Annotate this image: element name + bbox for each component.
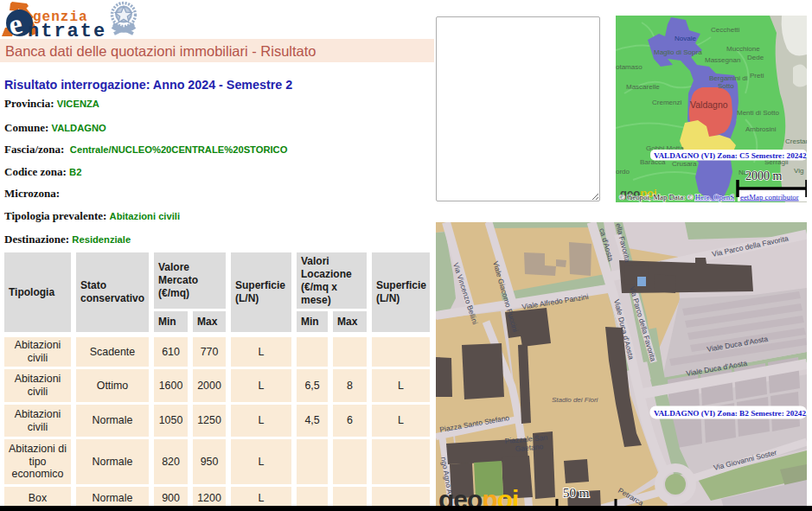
svg-text:Ambrosini: Ambrosini	[745, 125, 777, 133]
svg-text:Mucchione: Mucchione	[726, 45, 760, 53]
svg-text:Mascarelle: Mascarelle	[626, 83, 660, 91]
svg-text:eetMap contributor: eetMap contributor	[740, 193, 799, 201]
svg-text:VALDAGNO (VI) Zona: C5 Semestr: VALDAGNO (VI) Zona: C5 Semestre: 20242	[654, 151, 807, 160]
svg-text:otamaso: otamaso	[616, 63, 643, 71]
svg-text:Novale: Novale	[675, 35, 696, 42]
svg-text:Crestan: Crestan	[785, 137, 807, 145]
svg-text:Menti di Sotto: Menti di Sotto	[737, 109, 779, 117]
svg-text:ordo: ordo	[616, 168, 630, 176]
svg-text:VALDAGNO (VI) Zona: B2 Semestr: VALDAGNO (VI) Zona: B2 Semestre: 20242	[654, 409, 806, 418]
svg-text:Sotto: Sotto	[718, 82, 734, 90]
svg-text:Cecchetti: Cecchetti	[711, 26, 740, 34]
svg-text:Bergamini di: Bergamini di	[709, 74, 748, 82]
svg-text:Cremenzi: Cremenzi	[652, 99, 681, 106]
svg-text:Vig: Vig	[794, 167, 803, 175]
svg-text:Crusara: Crusara	[672, 160, 697, 168]
svg-text:Massegnan: Massegnan	[705, 56, 740, 64]
svg-text:Valdagno: Valdagno	[690, 99, 728, 110]
svg-text:Dede: Dede	[747, 54, 764, 61]
svg-text:2000 m: 2000 m	[745, 169, 783, 182]
svg-text:Stadio dei Fiori: Stadio dei Fiori	[552, 396, 598, 404]
svg-text:Preti: Preti	[750, 72, 764, 80]
svg-text:Maglio di Sopra: Maglio di Sopra	[654, 48, 702, 56]
svg-text:50 m: 50 m	[563, 486, 590, 500]
svg-text:© Geopoi, Map Data: © Here, Op: © Geopoi, Map Data: © Here, OpenS	[619, 193, 734, 201]
